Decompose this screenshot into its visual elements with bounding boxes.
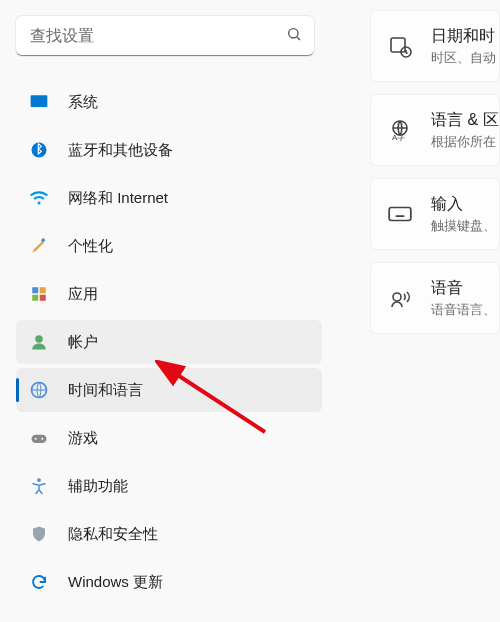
user-icon bbox=[28, 331, 50, 353]
sidebar-item-label: 个性化 bbox=[68, 237, 113, 256]
svg-rect-8 bbox=[40, 287, 46, 293]
speech-icon bbox=[387, 285, 413, 311]
search-box bbox=[16, 16, 314, 56]
card-typing[interactable]: 输入 触摸键盘、 bbox=[370, 178, 500, 250]
sidebar-item-accessibility[interactable]: 辅助功能 bbox=[16, 464, 322, 508]
sidebar-item-system[interactable]: 系统 bbox=[16, 80, 322, 124]
svg-point-0 bbox=[289, 29, 298, 38]
card-title: 日期和时 bbox=[431, 26, 496, 47]
sidebar-item-label: 应用 bbox=[68, 285, 98, 304]
shield-icon bbox=[28, 523, 50, 545]
sidebar-item-privacy[interactable]: 隐私和安全性 bbox=[16, 512, 322, 556]
svg-point-14 bbox=[35, 438, 37, 440]
svg-rect-17 bbox=[391, 38, 405, 52]
sidebar-item-network[interactable]: 网络和 Internet bbox=[16, 176, 322, 220]
content-panel: 日期和时 时区、自动 A字 语言 & 区 根据你所在 输入 触摸键盘、 语音 语… bbox=[330, 0, 500, 622]
wifi-icon bbox=[28, 187, 50, 209]
update-icon bbox=[28, 571, 50, 593]
card-title: 语音 bbox=[431, 278, 496, 299]
svg-rect-6 bbox=[41, 238, 46, 243]
keyboard-icon bbox=[387, 201, 413, 227]
system-icon bbox=[28, 91, 50, 113]
card-subtitle: 触摸键盘、 bbox=[431, 217, 496, 235]
sidebar-item-gaming[interactable]: 游戏 bbox=[16, 416, 322, 460]
card-subtitle: 根据你所在 bbox=[431, 133, 499, 151]
svg-rect-13 bbox=[32, 435, 47, 443]
svg-rect-2 bbox=[31, 95, 48, 107]
card-text: 语音 语音语言、 bbox=[431, 278, 496, 319]
sidebar-item-label: 帐户 bbox=[68, 333, 98, 352]
svg-rect-7 bbox=[32, 287, 38, 293]
sidebar-item-label: 系统 bbox=[68, 93, 98, 112]
sidebar-item-windows-update[interactable]: Windows 更新 bbox=[16, 560, 322, 604]
svg-rect-10 bbox=[40, 295, 46, 301]
sidebar-item-label: 蓝牙和其他设备 bbox=[68, 141, 173, 160]
svg-point-22 bbox=[393, 293, 401, 301]
brush-icon bbox=[28, 235, 50, 257]
svg-line-1 bbox=[297, 37, 300, 40]
sidebar-item-accounts[interactable]: 帐户 bbox=[16, 320, 322, 364]
time-language-icon bbox=[28, 379, 50, 401]
sidebar-item-label: 隐私和安全性 bbox=[68, 525, 158, 544]
card-subtitle: 时区、自动 bbox=[431, 49, 496, 67]
svg-point-16 bbox=[37, 478, 41, 482]
card-speech[interactable]: 语音 语音语言、 bbox=[370, 262, 500, 334]
search-icon bbox=[286, 26, 302, 46]
card-language-region[interactable]: A字 语言 & 区 根据你所在 bbox=[370, 94, 500, 166]
calendar-clock-icon bbox=[387, 33, 413, 59]
accessibility-icon bbox=[28, 475, 50, 497]
card-title: 语言 & 区 bbox=[431, 110, 499, 131]
sidebar-item-personalization[interactable]: 个性化 bbox=[16, 224, 322, 268]
bluetooth-icon bbox=[28, 139, 50, 161]
sidebar-item-label: 游戏 bbox=[68, 429, 98, 448]
card-subtitle: 语音语言、 bbox=[431, 301, 496, 319]
apps-icon bbox=[28, 283, 50, 305]
svg-rect-21 bbox=[389, 208, 411, 221]
sidebar-item-label: 网络和 Internet bbox=[68, 189, 168, 208]
gaming-icon bbox=[28, 427, 50, 449]
sidebar-item-apps[interactable]: 应用 bbox=[16, 272, 322, 316]
search-input[interactable] bbox=[16, 16, 314, 56]
svg-text:A字: A字 bbox=[392, 133, 405, 142]
svg-point-11 bbox=[35, 335, 43, 343]
sidebar-item-bluetooth[interactable]: 蓝牙和其他设备 bbox=[16, 128, 322, 172]
card-text: 语言 & 区 根据你所在 bbox=[431, 110, 499, 151]
card-date-time[interactable]: 日期和时 时区、自动 bbox=[370, 10, 500, 82]
card-text: 日期和时 时区、自动 bbox=[431, 26, 496, 67]
sidebar: 系统 蓝牙和其他设备 网络和 Internet 个性化 应用 bbox=[0, 0, 330, 622]
svg-rect-9 bbox=[32, 295, 38, 301]
sidebar-item-label: 辅助功能 bbox=[68, 477, 128, 496]
sidebar-item-label: Windows 更新 bbox=[68, 573, 163, 592]
sidebar-item-time-language[interactable]: 时间和语言 bbox=[16, 368, 322, 412]
nav-list: 系统 蓝牙和其他设备 网络和 Internet 个性化 应用 bbox=[16, 80, 322, 604]
svg-point-5 bbox=[38, 202, 41, 205]
sidebar-item-label: 时间和语言 bbox=[68, 381, 143, 400]
svg-point-15 bbox=[41, 438, 43, 440]
card-text: 输入 触摸键盘、 bbox=[431, 194, 496, 235]
language-icon: A字 bbox=[387, 117, 413, 143]
card-title: 输入 bbox=[431, 194, 496, 215]
